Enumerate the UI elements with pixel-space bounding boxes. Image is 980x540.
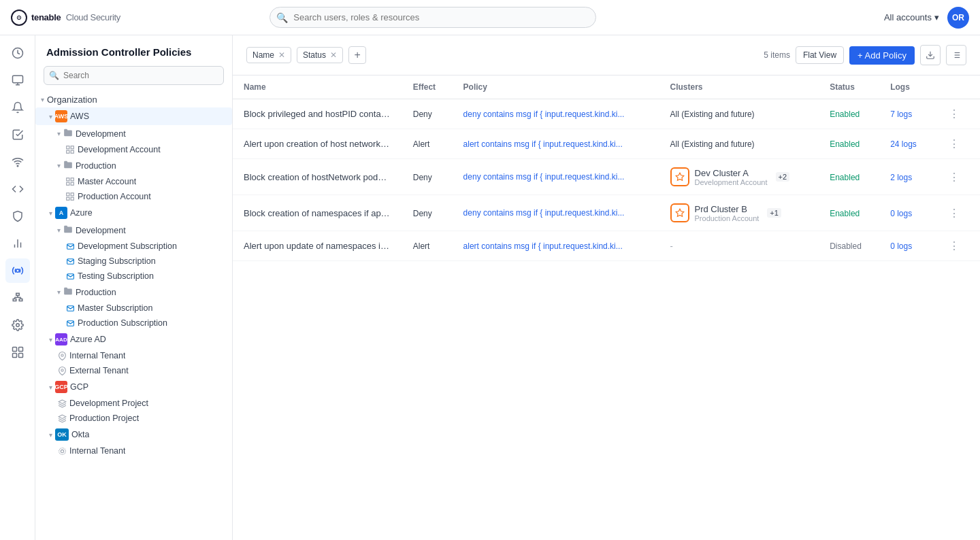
- nav-code[interactable]: [5, 177, 30, 201]
- tree-aws-master-account[interactable]: Master Account: [35, 174, 232, 189]
- azure-sub-icon-3: [65, 271, 75, 281]
- sidebar-search-icon: 🔍: [49, 71, 59, 80]
- tree-azure-dev-sub[interactable]: Development Subscription: [35, 239, 232, 254]
- tree-azure-prod-sub[interactable]: Production Subscription: [35, 316, 232, 331]
- tree-aws-development[interactable]: ▾ Development: [35, 125, 232, 142]
- svg-rect-32: [71, 197, 74, 200]
- tree-aws-production[interactable]: ▾ Production: [35, 157, 232, 174]
- tree-aws-prod-account[interactable]: Production Account: [35, 189, 232, 204]
- cell-policy: alert contains msg if { input.request.ki…: [453, 129, 659, 159]
- tree-azure[interactable]: ▾ A Azure: [35, 204, 232, 222]
- flat-view-button[interactable]: Flat View: [796, 46, 844, 64]
- sidebar-search-input[interactable]: [44, 66, 224, 85]
- cell-effect: Deny: [402, 99, 453, 129]
- tree-okta-internal[interactable]: Internal Tenant: [35, 443, 232, 458]
- filter-status-close[interactable]: ✕: [330, 50, 337, 60]
- filter-status-tag[interactable]: Status ✕: [297, 47, 343, 63]
- nav-policies[interactable]: [5, 258, 30, 283]
- azure-sub-icon-2: [65, 256, 75, 266]
- tree-azure-production[interactable]: ▾ Production: [35, 284, 232, 301]
- svg-rect-10: [13, 299, 16, 301]
- row-menu-btn[interactable]: ⋮: [945, 137, 964, 151]
- row-menu-btn[interactable]: ⋮: [945, 107, 964, 121]
- nav-integrations[interactable]: [5, 340, 30, 365]
- tree-azure-ad[interactable]: ▾ AAD Azure AD: [35, 331, 232, 348]
- cluster-icon: [670, 167, 689, 186]
- svg-rect-23: [67, 150, 69, 153]
- all-accounts-button[interactable]: All accounts ▾: [884, 12, 939, 22]
- cell-status: Enabled: [819, 195, 879, 231]
- sidebar-search-area[interactable]: 🔍: [35, 63, 232, 92]
- col-effect: Effect: [402, 75, 453, 99]
- gcp-badge: GCP: [55, 381, 67, 393]
- global-search[interactable]: 🔍: [270, 7, 596, 28]
- nav-security[interactable]: [5, 204, 30, 229]
- cell-status: Disabled: [819, 231, 879, 261]
- row-menu-btn[interactable]: ⋮: [945, 206, 964, 220]
- chevron-azure-dev: ▾: [57, 226, 61, 234]
- nav-alerts[interactable]: [5, 95, 30, 120]
- gcp-project-icon-2: [57, 414, 67, 423]
- add-filter-button[interactable]: +: [348, 46, 366, 64]
- svg-rect-11: [19, 299, 22, 301]
- tree-gcp-prod-project[interactable]: Production Project: [35, 411, 232, 426]
- svg-rect-26: [71, 178, 74, 181]
- tree-organization[interactable]: ▾ Organization: [35, 92, 232, 107]
- folder-icon-4: [63, 286, 73, 298]
- table-row: Block creation of hostNetwork pods if...…: [233, 159, 980, 195]
- topnav-right: All accounts ▾ OR: [884, 7, 969, 29]
- svg-point-39: [61, 369, 63, 371]
- cell-clusters: Dev Cluster A Development Account +2: [659, 159, 819, 195]
- tree-azure-testing-sub[interactable]: Testing Subscription: [35, 269, 232, 284]
- nav-settings[interactable]: [5, 313, 30, 337]
- cluster-plus-btn[interactable]: +2: [776, 172, 790, 182]
- tree-okta[interactable]: ▾ OK Okta: [35, 426, 232, 443]
- svg-rect-21: [67, 146, 69, 149]
- filter-name-close[interactable]: ✕: [278, 50, 285, 60]
- nav-compliance[interactable]: [5, 122, 30, 147]
- cell-menu: ⋮: [934, 99, 980, 129]
- nav-dashboard[interactable]: [5, 41, 30, 65]
- columns-button[interactable]: [946, 45, 966, 65]
- cell-policy: deny contains msg if { input.request.kin…: [453, 159, 659, 195]
- chevron-azure-prod: ▾: [57, 288, 61, 296]
- sidebar-title: Admission Controller Policies: [35, 35, 232, 63]
- items-count: 5 items: [764, 50, 790, 60]
- chevron-down-icon: ▾: [934, 12, 939, 22]
- aws-account-icon-3: [65, 192, 75, 201]
- tree-azure-development[interactable]: ▾ Development: [35, 222, 232, 239]
- nav-network[interactable]: [5, 150, 30, 174]
- tree-aws[interactable]: ▾ AWS AWS: [35, 107, 232, 125]
- svg-rect-19: [12, 354, 16, 358]
- svg-point-4: [17, 165, 18, 167]
- filter-name-tag[interactable]: Name ✕: [246, 47, 291, 63]
- tree-aws-dev-account[interactable]: Development Account: [35, 142, 232, 157]
- chevron-azure: ▾: [49, 209, 52, 217]
- cell-policy: deny contains msg if { input.request.kin…: [453, 195, 659, 231]
- tree-azure-ad-internal[interactable]: Internal Tenant: [35, 348, 232, 363]
- cell-name: Block creation of namespaces if app is..…: [233, 195, 402, 231]
- nav-hierarchy[interactable]: [5, 286, 30, 310]
- cell-menu: ⋮: [934, 159, 980, 195]
- search-input[interactable]: [270, 7, 596, 28]
- chevron-aws-dev: ▾: [57, 130, 61, 137]
- nav-reports[interactable]: [5, 231, 30, 256]
- tree-azure-ad-external[interactable]: External Tenant: [35, 363, 232, 378]
- nav-inventory[interactable]: [5, 68, 30, 92]
- svg-marker-50: [676, 209, 684, 216]
- download-button[interactable]: [920, 45, 941, 65]
- chevron-aws: ▾: [49, 113, 52, 120]
- tree-gcp-dev-project[interactable]: Development Project: [35, 396, 232, 411]
- tree-gcp[interactable]: ▾ GCP GCP: [35, 378, 232, 396]
- row-menu-btn[interactable]: ⋮: [945, 170, 964, 184]
- cluster-plus-btn-2[interactable]: +1: [767, 208, 781, 218]
- user-avatar[interactable]: OR: [947, 7, 969, 29]
- sidebar: Admission Controller Policies 🔍 ▾ Organi…: [35, 35, 233, 540]
- table-row: Block creation of namespaces if app is..…: [233, 195, 980, 231]
- tree-azure-staging-sub[interactable]: Staging Subscription: [35, 254, 232, 269]
- row-menu-btn[interactable]: ⋮: [945, 239, 964, 253]
- add-policy-button[interactable]: + Add Policy: [849, 46, 915, 65]
- chevron-aws-prod: ▾: [57, 162, 61, 169]
- tree-azure-master-sub[interactable]: Master Subscription: [35, 301, 232, 316]
- svg-point-40: [61, 450, 63, 452]
